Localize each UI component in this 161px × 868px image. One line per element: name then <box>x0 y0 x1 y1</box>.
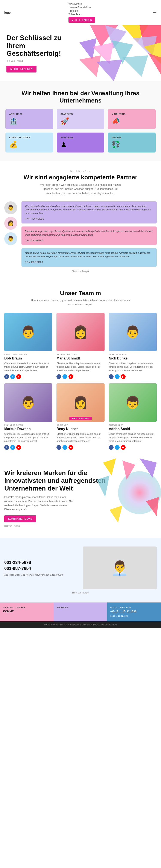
service-icon-strategie: ♟ <box>60 141 67 149</box>
social-twitter-betty[interactable]: t <box>62 445 67 450</box>
team-grid: 👨 KREATIVER DENKER Bob Braun Claret erro… <box>4 313 157 450</box>
contact-photo: 👨‍💼 <box>83 547 157 589</box>
service-card-konsultationen[interactable]: KONSULTATIONEN 💰 <box>5 132 53 153</box>
team-photo-nick: 👨 <box>109 313 157 351</box>
services-grid: ANTI-KRISE 🏦 STARTUPS 🚀 MARKETING 📣 KONS… <box>5 109 156 153</box>
nav-cta-button[interactable]: MEHR ERFAHREN <box>69 17 95 23</box>
brands-svg <box>97 458 161 527</box>
ref-text-1: Vitae suscipit tellus mauris a diam maec… <box>25 205 153 215</box>
service-card-startups[interactable]: STARTUPS 🚀 <box>57 109 105 129</box>
ref-avatar-2: 👩 <box>4 217 17 230</box>
ref-name-3: BON ROBERTS <box>25 261 43 264</box>
banner-label-0: DIESES IST, DAS ALS <box>3 606 51 609</box>
svg-marker-9 <box>79 55 101 77</box>
social-twitter-nick[interactable]: t <box>115 374 119 379</box>
social-youtube-betty[interactable]: ▶ <box>69 445 73 450</box>
footer: Scrolls the best here. Click to select t… <box>0 621 161 628</box>
service-card-strategie[interactable]: STRATEGIE ♟ <box>57 132 105 153</box>
ref-name-1: RAY REYNOLDS <box>25 218 44 220</box>
contact-phone2: 001-987-7654 <box>4 565 78 571</box>
contact-photo-icon: 👨‍💼 <box>111 560 128 576</box>
nav-link-2[interactable]: Unsere Grundsätze <box>69 6 95 9</box>
social-twitter-markus[interactable]: t <box>10 445 15 450</box>
brands-cta-button[interactable]: KONTAKTIERE UNS <box>4 516 36 522</box>
contact-freepik: Bilder von Freepik <box>4 592 157 594</box>
team-role-nick: FARB-EXPERTE <box>109 353 157 355</box>
team-role-markus: FINANZBERATER <box>4 424 52 426</box>
social-youtube-maria[interactable]: ▶ <box>69 374 73 379</box>
ref-freepik: Bilder von Freepik <box>4 270 157 273</box>
social-twitter-adrian[interactable]: t <box>115 445 119 450</box>
social-youtube-nick[interactable]: ▶ <box>121 374 126 379</box>
service-card-anlage[interactable]: ANLAGE 💱 <box>108 132 156 153</box>
service-card-marketing[interactable]: MARKETING 📣 <box>108 109 156 129</box>
social-facebook-adrian[interactable]: f <box>109 445 113 450</box>
social-facebook-nick[interactable]: f <box>109 374 113 379</box>
social-youtube-markus[interactable]: ▶ <box>16 445 21 450</box>
service-icon-konsultationen: 💰 <box>9 141 18 149</box>
team-role-betty: DESIGNER <box>56 424 104 426</box>
banner-0[interactable]: DIESES IST, DAS ALS KOMMT <box>0 602 54 621</box>
brands-inner: Wir kreieren Marken für die innovativste… <box>4 469 112 527</box>
team-name-bob: Bob Braun <box>4 356 52 360</box>
social-facebook-markus[interactable]: f <box>4 445 9 450</box>
social-twitter-bob[interactable]: t <box>10 374 15 379</box>
hero-section: Der Schlüssel zu Ihrem Geschäftserfolg! … <box>0 25 161 81</box>
brands-section: Wir kreieren Marken für die innovativste… <box>0 458 161 538</box>
social-twitter-maria[interactable]: t <box>62 374 67 379</box>
service-label-startups: STARTUPS <box>60 113 73 115</box>
team-desc-adrian: Claret error libero dapibus molestie ant… <box>109 432 157 443</box>
svg-marker-19 <box>109 505 123 523</box>
team-name-nick: Nick Dunkel <box>109 356 157 360</box>
service-icon-anlage: 💱 <box>112 141 120 149</box>
ref-content: 👨 👩 👨 Vitae suscipit tellus mauris a dia… <box>4 202 157 267</box>
nav-link-4[interactable]: Tolles Team <box>69 13 95 16</box>
team-socials-markus: f t ▶ <box>4 445 52 450</box>
hero-shapes <box>79 25 161 81</box>
social-facebook-betty[interactable]: f <box>56 445 61 450</box>
ref-title: Wir sind engagierte kompetente Partner <box>4 174 157 181</box>
team-photo-maria: 👩 <box>56 313 104 351</box>
ref-card-1: Vitae suscipit tellus mauris a diam maec… <box>22 202 157 224</box>
social-facebook-bob[interactable]: f <box>4 374 9 379</box>
footer-banners: DIESES IST, DAS ALS KOMMT STANDORT •01-1… <box>0 602 161 621</box>
service-card-antikrise[interactable]: ANTI-KRISE 🏦 <box>5 109 53 129</box>
ref-desc: Wir legen großen Wert auf starke Beziehu… <box>37 183 124 195</box>
team-desc-markus: Claret error libero dapibus molestie ant… <box>4 432 52 443</box>
ref-text-3: Mauris augue neque gravida in fermentum.… <box>25 251 153 258</box>
service-icon-marketing: 📣 <box>112 117 120 125</box>
service-label-antikrise: ANTI-KRISE <box>9 113 23 115</box>
social-facebook-maria[interactable]: f <box>56 374 61 379</box>
team-socials-betty: f t ▶ <box>56 445 104 450</box>
nav-link-1[interactable]: Was wir tun <box>69 3 95 6</box>
team-socials-adrian: f t ▶ <box>109 445 157 450</box>
service-icon-antikrise: 🏦 <box>9 117 18 125</box>
team-desc-maria: Claret error libero dapibus molestie ant… <box>56 362 104 372</box>
banner-1[interactable]: STANDORT <box>54 602 107 621</box>
nav-link-3[interactable]: Projekte <box>69 9 95 12</box>
social-youtube-bob[interactable]: ▶ <box>16 374 21 379</box>
banner-2[interactable]: •01-13 ... 15-31 1536 •01-13 ... 15-31 1… <box>107 602 161 621</box>
svg-marker-14 <box>103 458 116 475</box>
social-youtube-adrian[interactable]: ▶ <box>121 445 126 450</box>
contact-address: 121 Rock Street, 21 Avenue, New York, NY… <box>4 573 78 577</box>
team-section: Unser Team m Ut enim ad minim veniam, qu… <box>0 281 161 458</box>
service-icon-startups: 🚀 <box>60 117 69 125</box>
menu-icon[interactable]: ☰ <box>153 10 157 15</box>
contact-grid: 001-234-5678 001-987-7654 121 Rock Stree… <box>4 547 157 589</box>
service-label-anlage: ANLAGE <box>112 136 121 139</box>
ref-card-3: Mauris augue neque gravida in fermentum.… <box>22 248 157 267</box>
team-title: Unser Team m <box>4 290 157 297</box>
team-card-bob: 👨 KREATIVER DENKER Bob Braun Claret erro… <box>4 313 52 379</box>
team-role-bob: KREATIVER DENKER <box>4 353 52 355</box>
brands-shapes <box>97 458 161 538</box>
ref-name-2: CELIA ALMERA <box>25 239 44 242</box>
team-card-betty: 👩 PREIS GEWONNEN DESIGNER Betty Nilsson … <box>56 383 104 450</box>
hero-cta-button[interactable]: MEHR ERFAHREN <box>6 66 36 72</box>
svg-marker-10 <box>97 60 123 81</box>
nav-links: Was wir tun Unsere Grundsätze Projekte T… <box>69 3 95 23</box>
ref-avatar-col: 👨 👩 👨 <box>4 202 17 267</box>
navbar: logo Was wir tun Unsere Grundsätze Proje… <box>0 0 161 25</box>
banner-label-1: STANDORT <box>57 606 104 609</box>
team-photo-markus: 👨 <box>4 383 52 422</box>
